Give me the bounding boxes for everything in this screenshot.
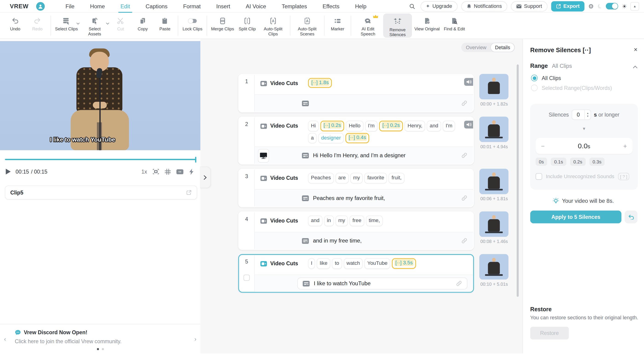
toolbar-paste[interactable]: Paste [154,13,176,38]
expand-preview-tab[interactable] [200,167,211,188]
preset-0.2s[interactable]: 0.2s [570,158,585,166]
banner-subtitle[interactable]: Click here to join the official Vrew com… [15,338,122,345]
link-icon[interactable] [461,152,467,159]
increase-button[interactable]: + [618,142,632,149]
menu-item-file[interactable]: File [58,0,82,12]
clip-thumbnail[interactable] [479,254,508,280]
word-chip[interactable]: time, [366,216,383,226]
toolbar-copy[interactable]: Copy [132,13,154,38]
toolbar-ai-edit-speech[interactable]: AI Edit Speech [354,13,382,38]
clip-thumbnail[interactable] [479,74,508,99]
menu-item-captions[interactable]: Captions [138,0,175,12]
caption-field[interactable]: Hi Hello I'm Henry, and I'm a designer [302,152,467,159]
clip-card[interactable]: 4 Video Cuts andinmyfreetime, and in my … [238,212,474,250]
word-chip[interactable]: a [308,133,316,143]
toolbar-select-clips[interactable]: Select Clips [53,13,79,38]
toolbar-undo[interactable]: Undo [4,13,26,38]
clip-name-field[interactable]: Clip5 [5,186,197,200]
word-chip[interactable]: to [332,258,342,269]
scrollbar[interactable] [516,64,519,297]
tab-overview[interactable]: Overview [462,43,490,52]
tab-details[interactable]: Details [490,43,515,52]
speaker-icon[interactable] [464,121,473,128]
toolbar-merge-clips[interactable]: Merge Clips [210,13,236,38]
silence-threshold-input[interactable]: 0 ▲▼ [572,110,591,120]
caption-field[interactable]: and in my free time, [302,238,467,244]
menu-item-ai-voice[interactable]: AI Voice [238,0,274,12]
word-chip[interactable]: Hello [346,121,364,131]
toolbar-select-assets[interactable]: Select Assets [80,13,109,38]
word-chip[interactable]: designer [318,133,344,143]
media-asset-thumbnail[interactable] [258,149,269,163]
silence-chip[interactable]: [··] 0.2s [320,121,344,131]
preset-0.3s[interactable]: 0.3s [589,158,605,166]
menu-item-templates[interactable]: Templates [274,0,315,12]
banner-prev-icon[interactable]: ‹ [4,336,6,343]
word-chip[interactable]: YouTube [364,258,390,269]
chevron-down-icon[interactable] [76,22,80,24]
word-chip[interactable]: Peaches [308,173,334,183]
toolbar-find-edit[interactable]: Find & Edit [442,13,466,38]
caption-field[interactable]: I like to watch YouTube [298,278,467,290]
search-icon[interactable] [409,3,415,9]
radio-on-icon[interactable] [531,75,538,81]
word-chip[interactable]: my [350,173,363,183]
toolbar-lock-clips[interactable]: Lock Clips [181,13,204,38]
snapshot-icon[interactable] [152,168,159,175]
carousel-dot-active[interactable] [97,348,99,350]
chevron-down-icon[interactable] [106,22,110,24]
spinner[interactable]: ▲▼ [584,110,591,119]
caption-field[interactable]: Peaches are my favorite fruit, [302,195,467,201]
aspect-ratio-icon[interactable] [176,169,184,174]
apply-silences-button[interactable]: Apply to 5 Silences [530,211,621,223]
silence-chip[interactable]: [··] 1.8s [308,78,332,88]
word-chip[interactable]: I [308,258,315,269]
caption-text[interactable]: I like to watch YouTube [314,281,370,287]
toolbar-marker[interactable]: Marker [327,13,348,38]
collapse-topbar-button[interactable]: ▲ [630,2,639,10]
caption-field[interactable] [302,100,467,106]
word-chip[interactable]: Henry, [405,121,425,131]
playhead-handle[interactable] [195,157,196,162]
silence-chip[interactable]: [··] 0.2s [379,121,403,131]
playback-progress-bar[interactable] [5,159,196,160]
radio-selected-range[interactable]: Selected Range(Clips/Words) [531,85,612,91]
clip-card[interactable]: 2 Video Cuts Hi[··] 0.2sHelloI'm[··] 0.2… [238,117,474,165]
toolbar-auto-split-scenes[interactable]: AAuto-Split Scenes [293,13,322,38]
toolbar-remove-silences[interactable]: Remove Silences [383,13,412,38]
word-chip[interactable]: fruit, [389,173,404,183]
help-badge[interactable]: [ ? ] [618,173,629,180]
word-chip[interactable]: my [335,216,348,226]
notifications-button[interactable]: Notifications [461,1,507,11]
clip-thumbnail[interactable] [479,169,508,194]
word-chip[interactable]: Hi [308,121,318,131]
word-chip[interactable]: in [324,216,334,226]
link-icon[interactable] [461,195,467,201]
toolbar-cut[interactable]: Cut [110,13,131,38]
playback-speed[interactable]: 1x [142,168,147,175]
chevron-up-icon[interactable] [633,63,638,70]
shortcut-bolt-icon[interactable] [189,168,194,175]
promo-banner[interactable]: ‹ › Vrew Discord Now Open! Click here to… [0,324,200,354]
carousel-dot[interactable] [102,348,104,350]
word-chip[interactable]: and [308,216,322,226]
toolbar-auto-split-clips[interactable]: AAuto-Split Clips [259,13,288,38]
menu-item-insert[interactable]: Insert [208,0,238,12]
settings-gear-icon[interactable]: ⚙ [588,3,594,9]
word-chip[interactable]: watch [344,258,363,269]
close-icon[interactable]: × [634,46,638,53]
menu-item-help[interactable]: Help [347,0,374,12]
clip-thumbnail[interactable] [479,212,508,237]
undo-apply-button[interactable] [625,211,637,223]
preset-0.1s[interactable]: 0.1s [551,158,566,166]
restore-button[interactable]: Restore [530,327,568,339]
menu-item-format[interactable]: Format [175,0,208,12]
banner-next-icon[interactable]: › [194,336,196,343]
toolbar-split-clip[interactable]: Split Clip [236,13,258,38]
word-chip[interactable]: I'm [443,121,455,131]
include-sounds-checkbox[interactable] [536,173,542,180]
caption-text[interactable]: and in my free time, [313,238,362,244]
radio-off-icon[interactable] [531,85,538,91]
word-chip[interactable]: I'm [365,121,378,131]
link-icon[interactable] [461,238,467,244]
